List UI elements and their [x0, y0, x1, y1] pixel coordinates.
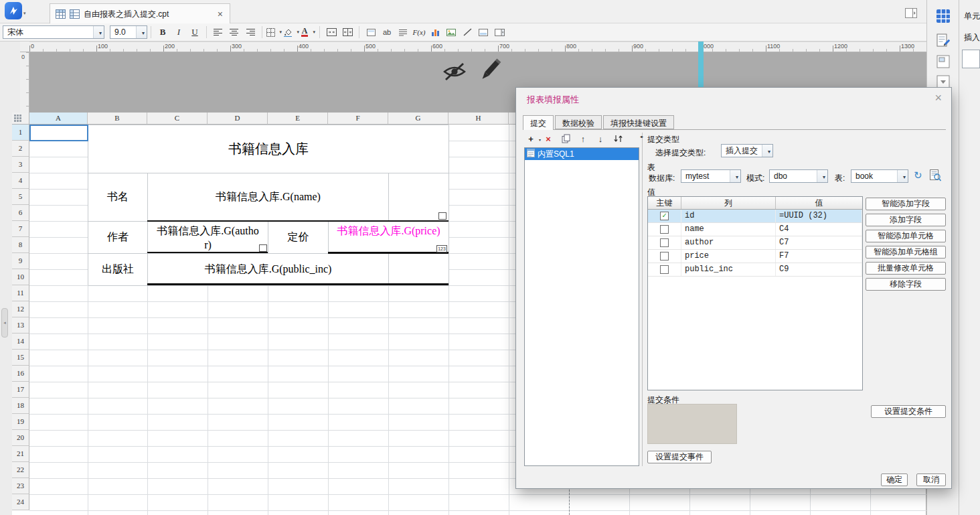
- font-color-dropdown-icon[interactable]: A: [301, 25, 315, 40]
- merge-cells-icon[interactable]: [324, 25, 339, 40]
- remove-field-button[interactable]: 移除字段: [866, 278, 946, 291]
- set-submit-event-button[interactable]: 设置提交事件: [647, 451, 712, 463]
- table-row-public-inc[interactable]: public_inc C9: [648, 263, 862, 277]
- table-row-author[interactable]: author C7: [648, 236, 862, 250]
- row-header-17[interactable]: 17: [12, 382, 29, 398]
- row-header-8[interactable]: 8: [12, 237, 29, 253]
- eye-slash-icon[interactable]: [442, 62, 467, 84]
- app-logo-icon[interactable]: [5, 2, 22, 19]
- insert-cell-icon[interactable]: [363, 25, 378, 40]
- row-header-18[interactable]: 18: [12, 398, 29, 414]
- cancel-button[interactable]: 取消: [916, 473, 946, 486]
- column-header-H[interactable]: H: [448, 113, 509, 125]
- image-icon[interactable]: [444, 25, 459, 40]
- column-header-B[interactable]: B: [88, 113, 147, 125]
- row-header-10[interactable]: 10: [12, 269, 29, 285]
- schema-select[interactable]: dbo: [769, 169, 828, 183]
- column-header-G[interactable]: G: [388, 113, 448, 125]
- table-row-id[interactable]: id =UUID (32): [648, 210, 862, 223]
- row-header-13[interactable]: 13: [12, 317, 29, 334]
- column-header-F[interactable]: F: [328, 113, 388, 125]
- column-header-column[interactable]: 列: [681, 197, 776, 209]
- row-header-23[interactable]: 23: [12, 478, 29, 494]
- column-header-E[interactable]: E: [268, 113, 328, 125]
- empty-cell-g9[interactable]: [389, 254, 449, 286]
- table-row-name[interactable]: name C4: [648, 223, 862, 236]
- primary-key-checkbox[interactable]: [660, 225, 669, 234]
- chart-icon[interactable]: [428, 25, 442, 40]
- row-header-1[interactable]: 1: [12, 125, 29, 141]
- row-header-22[interactable]: 22: [12, 462, 29, 478]
- move-down-icon[interactable]: ↓: [595, 133, 606, 144]
- tab-data-validation[interactable]: 数据校验: [555, 115, 602, 129]
- publisher-label-cell[interactable]: 出版社: [88, 254, 148, 286]
- ok-button[interactable]: 确定: [881, 473, 908, 486]
- text-widget-icon[interactable]: ab: [380, 25, 394, 40]
- row-header-21[interactable]: 21: [12, 446, 29, 462]
- panel-splitter[interactable]: ◂▸: [642, 133, 644, 466]
- combo-widget-icon[interactable]: [492, 25, 507, 40]
- document-tab[interactable]: 自由报表之插入提交.cpt ×: [50, 3, 230, 24]
- dock-layout-icon[interactable]: [905, 8, 917, 20]
- row-header-15[interactable]: 15: [12, 350, 29, 366]
- row-header-6[interactable]: 6: [12, 205, 29, 221]
- row-header-12[interactable]: 12: [12, 301, 29, 317]
- widget-icon[interactable]: [476, 25, 491, 40]
- condition-attributes-icon[interactable]: [935, 32, 951, 48]
- fill-color-dropdown-icon[interactable]: [283, 25, 299, 40]
- submit-config-list[interactable]: 内置SQL1: [524, 147, 639, 466]
- submit-type-select[interactable]: 插入提交: [721, 144, 773, 157]
- column-header-value[interactable]: 值: [776, 197, 862, 209]
- pencil-edit-icon[interactable]: [477, 56, 503, 86]
- rich-text-icon[interactable]: [396, 25, 410, 40]
- cell-element-panel-icon[interactable]: [935, 8, 951, 24]
- formula-icon[interactable]: F(x): [412, 25, 426, 40]
- smart-add-field-button[interactable]: 智能添加字段: [866, 198, 946, 210]
- name-value-cell[interactable]: 书籍信息入库.G(name): [148, 173, 389, 222]
- row-header-16[interactable]: 16: [12, 366, 29, 382]
- primary-key-checkbox[interactable]: [660, 212, 669, 220]
- left-panel-collapse-handle[interactable]: ◂: [1, 308, 8, 338]
- row-header-7[interactable]: 7: [12, 221, 29, 237]
- selected-cell-a1[interactable]: [29, 125, 88, 141]
- row-header-11[interactable]: 11: [12, 285, 29, 301]
- add-icon[interactable]: +▾: [525, 133, 536, 144]
- primary-key-checkbox[interactable]: [660, 252, 669, 261]
- price-value-cell[interactable]: 书籍信息入库.G(price): [329, 222, 449, 254]
- primary-key-checkbox[interactable]: [660, 238, 669, 247]
- float-element-icon[interactable]: [935, 54, 951, 70]
- smart-add-cell-button[interactable]: 智能添加单元格: [866, 230, 946, 242]
- font-size-select[interactable]: 9.0: [110, 25, 147, 39]
- unmerge-cells-icon[interactable]: [340, 25, 355, 40]
- borders-dropdown-icon[interactable]: [266, 25, 282, 40]
- align-right-icon[interactable]: [243, 25, 258, 40]
- tab-submit[interactable]: 提交: [523, 115, 554, 130]
- add-field-button[interactable]: 添加字段: [866, 214, 946, 226]
- row-header-2[interactable]: 2: [12, 141, 29, 157]
- author-label-cell[interactable]: 作者: [88, 222, 148, 254]
- price-label-cell[interactable]: 定价: [268, 222, 329, 254]
- row-header-5[interactable]: 5: [12, 189, 29, 205]
- row-header-20[interactable]: 20: [12, 430, 29, 446]
- name-label-cell[interactable]: 书名: [88, 173, 148, 222]
- refresh-icon[interactable]: ↻: [914, 169, 922, 181]
- sort-icon[interactable]: [612, 133, 623, 144]
- row-header-24[interactable]: 24: [12, 494, 29, 510]
- row-header-19[interactable]: 19: [12, 414, 29, 430]
- row-header-9[interactable]: 9: [12, 253, 29, 269]
- column-header-primary-key[interactable]: 主键: [648, 197, 681, 209]
- batch-modify-cell-button[interactable]: 批量修改单元格: [866, 262, 946, 275]
- panel-input-box[interactable]: [962, 50, 980, 68]
- bold-button[interactable]: B: [155, 25, 170, 40]
- dialog-close-icon[interactable]: ×: [934, 92, 942, 104]
- select-all-corner[interactable]: [12, 113, 29, 125]
- column-header-A[interactable]: A: [29, 113, 88, 125]
- align-center-icon[interactable]: [227, 25, 242, 40]
- primary-key-checkbox[interactable]: [660, 265, 669, 274]
- table-row-price[interactable]: price F7: [648, 250, 862, 263]
- move-up-icon[interactable]: ↑: [578, 133, 588, 144]
- preview-table-icon[interactable]: [930, 169, 941, 183]
- row-header-3[interactable]: 3: [12, 157, 29, 173]
- tab-close-icon[interactable]: ×: [216, 9, 224, 19]
- underline-button[interactable]: U: [187, 25, 202, 40]
